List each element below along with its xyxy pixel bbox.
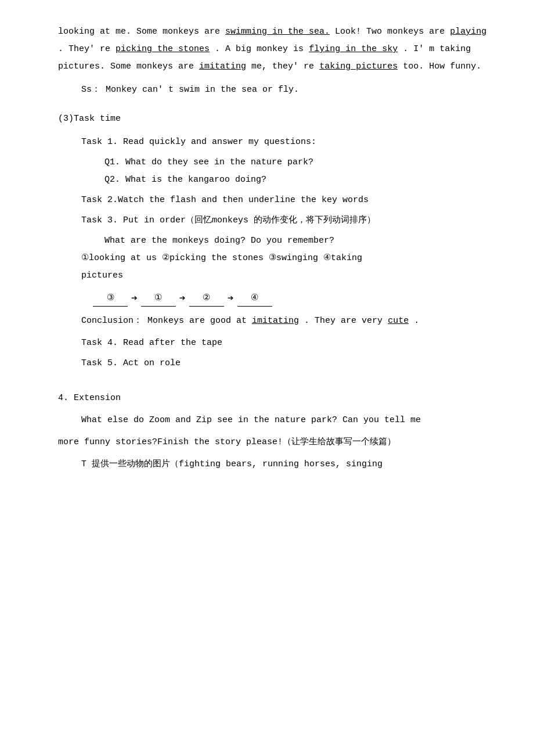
text-flying: flying in the sky [309, 44, 398, 54]
extension-para1: What else do Zoom and Zip see in the nat… [81, 412, 488, 429]
seq-item-4: ④ [237, 290, 272, 307]
text-imitating: imitating [199, 62, 246, 71]
t-line: T 提供一些动物的图片（fighting bears, running hors… [81, 456, 488, 473]
text-swimming: swimming in the sea. [225, 27, 330, 37]
arrow-3: ➔ [228, 289, 234, 308]
extension-header: 4. Extension [58, 390, 488, 407]
q1-line: Q1. What do they see in the nature park? [104, 154, 488, 171]
text-bigmonkey: . A big monkey is [215, 44, 304, 54]
seq-item-3: ② [189, 290, 224, 307]
text-picking: picking the stones [116, 44, 210, 54]
page-content: looking at me. Some monkeys are swimming… [58, 23, 488, 473]
arrow-2: ➔ [179, 289, 186, 308]
q2-line: Q2. What is the kangaroo doing? [104, 171, 488, 189]
paragraph-1: looking at me. Some monkeys are swimming… [58, 23, 488, 75]
conclusion-cute: cute [388, 316, 409, 326]
text-theyre: . They' re [58, 44, 110, 54]
text-look: Look! Two monkeys are [335, 27, 445, 37]
text-taking-pictures: taking pictures [319, 62, 398, 71]
task1-header: Task 1. Read quickly and answer my quest… [81, 134, 488, 151]
task2-line: Task 2.Watch the flash and then underlin… [81, 192, 488, 209]
ss-line: Ss： Monkey can' t swim in the sea or fly… [81, 81, 488, 99]
sequence-diagram: ③ ➔ ① ➔ ② ➔ ④ [93, 289, 488, 308]
task3-items: ①looking at us ②picking the stones ③swin… [81, 250, 488, 267]
text-how-funny: too. How funny. [403, 62, 481, 71]
text-playing: playing [450, 27, 486, 37]
conclusion-line: Conclusion： Monkeys are good at imitatin… [81, 312, 488, 330]
arrow-1: ➔ [131, 289, 138, 308]
task3-header: Task 3. Put in order（回忆monkeys 的动作变化，将下列… [81, 212, 488, 229]
text-looking: looking at me. Some monkeys are [58, 27, 220, 37]
task-time-header: (3)Task time [58, 110, 488, 128]
task3-items2: pictures [81, 267, 488, 285]
task4-line: Task 4. Read after the tape [81, 334, 488, 352]
task5-line: Task 5. Act on role [81, 355, 488, 372]
task3-sub: What are the monkeys doing? Do you remem… [104, 232, 488, 250]
text-me: me, they' re [251, 62, 314, 71]
conclusion-imitating: imitating [252, 316, 299, 326]
seq-item-2: ① [141, 290, 176, 307]
extension-para2: more funny stories?Finish the story plea… [58, 434, 488, 451]
seq-item-1: ③ [93, 290, 128, 307]
